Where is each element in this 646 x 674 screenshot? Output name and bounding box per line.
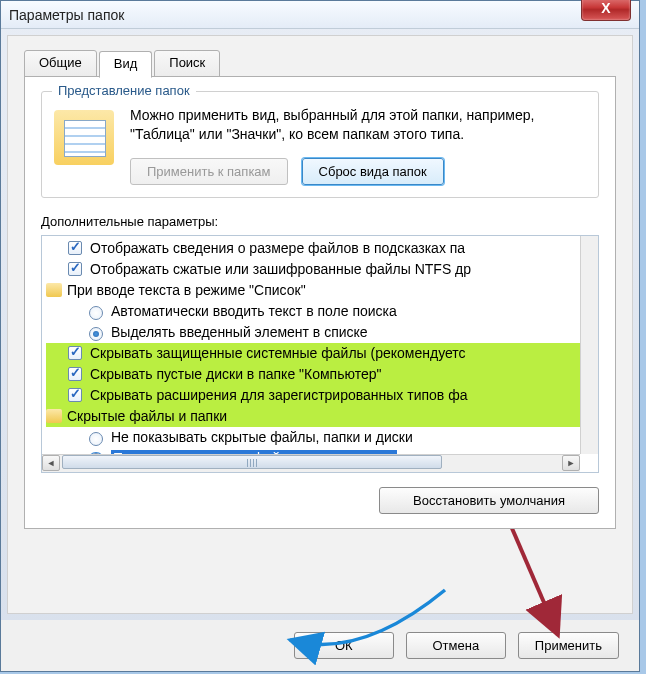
close-button[interactable]: X [581, 0, 631, 21]
folder-icon [46, 283, 62, 297]
tree-item-label: Отображать сжатые или зашифрованные файл… [90, 261, 471, 277]
tree-row[interactable]: Отображать сжатые или зашифрованные файл… [46, 259, 594, 280]
tree-row[interactable]: При вводе текста в режиме "Список" [46, 280, 594, 301]
tree-row[interactable]: Отображать сведения о размере файлов в п… [46, 238, 594, 259]
tree-row[interactable]: Скрывать пустые диски в папке "Компьютер… [46, 364, 594, 385]
tree-row[interactable]: Скрывать защищенные системные файлы (рек… [46, 343, 594, 364]
tree-item-label: Скрывать пустые диски в папке "Компьютер… [90, 366, 381, 382]
option-radio[interactable] [89, 432, 103, 446]
option-checkbox[interactable] [68, 241, 82, 255]
cancel-button[interactable]: Отмена [406, 632, 506, 659]
dialog-content: Общие Вид Поиск Представление папок Можн… [7, 35, 633, 614]
window-title: Параметры папок [9, 7, 124, 23]
folder-icon [54, 110, 114, 165]
option-checkbox[interactable] [68, 367, 82, 381]
folder-options-dialog: Параметры папок X Общие Вид Поиск Предст… [0, 0, 640, 672]
tree-item-label: Не показывать скрытые файлы, папки и дис… [111, 429, 413, 445]
apply-to-folders-button[interactable]: Применить к папкам [130, 158, 288, 185]
dialog-button-row: ОК Отмена Применить [1, 620, 639, 671]
tree-item-label: При вводе текста в режиме "Список" [67, 282, 306, 298]
advanced-settings-tree[interactable]: Отображать сведения о размере файлов в п… [41, 235, 599, 473]
ok-button[interactable]: ОК [294, 632, 394, 659]
restore-defaults-button[interactable]: Восстановить умолчания [379, 487, 599, 514]
tree-row[interactable]: Скрывать расширения для зарегистрированн… [46, 385, 594, 406]
advanced-settings-label: Дополнительные параметры: [41, 214, 599, 229]
scroll-left-button[interactable]: ◄ [42, 455, 60, 471]
tab-view[interactable]: Вид [99, 51, 153, 78]
tree-row[interactable]: Не показывать скрытые файлы, папки и дис… [46, 427, 594, 448]
titlebar[interactable]: Параметры папок X [1, 1, 639, 29]
vertical-scrollbar[interactable] [580, 236, 598, 454]
tab-strip: Общие Вид Поиск [24, 50, 616, 77]
tab-search[interactable]: Поиск [154, 50, 220, 77]
option-checkbox[interactable] [68, 346, 82, 360]
folder-views-title: Представление папок [52, 83, 196, 98]
option-radio[interactable] [89, 327, 103, 341]
folder-views-group: Представление папок Можно применить вид,… [41, 91, 599, 198]
apply-button[interactable]: Применить [518, 632, 619, 659]
scroll-right-button[interactable]: ► [562, 455, 580, 471]
tab-general[interactable]: Общие [24, 50, 97, 77]
option-checkbox[interactable] [68, 262, 82, 276]
tree-item-label: Скрывать защищенные системные файлы (рек… [90, 345, 466, 361]
scroll-thumb[interactable] [62, 455, 442, 469]
tree-row[interactable]: Скрытые файлы и папки [46, 406, 594, 427]
reset-folders-button[interactable]: Сброс вида папок [302, 158, 444, 185]
folder-views-description: Можно применить вид, выбранный для этой … [130, 106, 586, 144]
tree-item-label: Скрытые файлы и папки [67, 408, 227, 424]
tree-row[interactable]: Автоматически вводить текст в поле поиск… [46, 301, 594, 322]
tree-item-label: Выделять введенный элемент в списке [111, 324, 368, 340]
option-checkbox[interactable] [68, 388, 82, 402]
view-tab-panel: Представление папок Можно применить вид,… [24, 76, 616, 529]
folder-icon [46, 409, 62, 423]
tree-row[interactable]: Выделять введенный элемент в списке [46, 322, 594, 343]
option-radio[interactable] [89, 306, 103, 320]
horizontal-scrollbar[interactable]: ◄ ► [42, 454, 580, 472]
scroll-track[interactable] [60, 455, 562, 471]
tree-item-label: Автоматически вводить текст в поле поиск… [111, 303, 397, 319]
tree-item-label: Скрывать расширения для зарегистрированн… [90, 387, 467, 403]
tree-item-label: Отображать сведения о размере файлов в п… [90, 240, 465, 256]
